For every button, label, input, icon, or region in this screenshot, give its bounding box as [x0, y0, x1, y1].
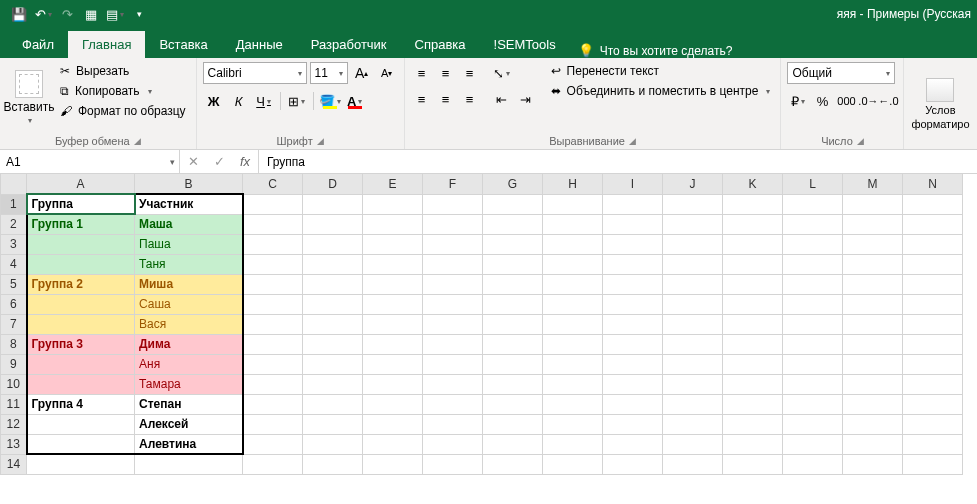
cell[interactable] [663, 214, 723, 234]
cell[interactable] [363, 394, 423, 414]
cell[interactable] [303, 314, 363, 334]
column-header[interactable]: L [783, 174, 843, 194]
tab-developer[interactable]: Разработчик [297, 31, 401, 58]
format-painter-button[interactable]: 🖌 Формат по образцу [56, 102, 190, 120]
bold-button[interactable]: Ж [203, 90, 225, 112]
cell[interactable] [543, 294, 603, 314]
cell[interactable]: Вася [135, 314, 243, 334]
italic-button[interactable]: К [228, 90, 250, 112]
row-header[interactable]: 10 [1, 374, 27, 394]
row-header[interactable]: 6 [1, 294, 27, 314]
cell[interactable] [603, 294, 663, 314]
cell[interactable] [723, 354, 783, 374]
cell[interactable] [303, 394, 363, 414]
increase-indent-button[interactable]: ⇥ [515, 88, 537, 110]
cell[interactable] [723, 334, 783, 354]
cell[interactable] [783, 454, 843, 474]
save-icon[interactable]: 💾 [8, 3, 30, 25]
cell[interactable] [723, 374, 783, 394]
tab-semtools[interactable]: !SEMTools [480, 31, 570, 58]
cell[interactable] [783, 234, 843, 254]
cell[interactable] [483, 234, 543, 254]
cell[interactable] [843, 354, 903, 374]
cell[interactable]: Группа [27, 194, 135, 214]
cell[interactable] [603, 194, 663, 214]
cell[interactable] [783, 214, 843, 234]
cell[interactable] [363, 354, 423, 374]
cell[interactable] [27, 234, 135, 254]
cell[interactable] [363, 194, 423, 214]
fx-icon[interactable]: fx [232, 154, 258, 169]
cell[interactable] [663, 334, 723, 354]
fill-color-button[interactable]: 🪣▾ [319, 90, 341, 112]
cell[interactable] [723, 194, 783, 214]
cell[interactable] [423, 334, 483, 354]
cell[interactable] [423, 294, 483, 314]
cell[interactable] [603, 354, 663, 374]
cell[interactable] [27, 414, 135, 434]
cell[interactable] [543, 334, 603, 354]
cell[interactable] [423, 434, 483, 454]
cell[interactable]: Миша [135, 274, 243, 294]
align-center-button[interactable]: ≡ [435, 88, 457, 110]
cell[interactable] [243, 414, 303, 434]
column-header[interactable]: C [243, 174, 303, 194]
cell[interactable] [603, 394, 663, 414]
cell[interactable] [543, 254, 603, 274]
cell[interactable] [243, 234, 303, 254]
cell[interactable]: Аня [135, 354, 243, 374]
cell[interactable] [543, 274, 603, 294]
row-header[interactable]: 13 [1, 434, 27, 454]
row-header[interactable]: 12 [1, 414, 27, 434]
row-header[interactable]: 3 [1, 234, 27, 254]
cell[interactable] [483, 454, 543, 474]
conditional-formatting-button[interactable]: Услов форматиро [910, 62, 970, 145]
row-header[interactable]: 2 [1, 214, 27, 234]
cell[interactable] [543, 394, 603, 414]
cell[interactable] [843, 194, 903, 214]
cell[interactable] [663, 394, 723, 414]
row-header[interactable]: 8 [1, 334, 27, 354]
cell[interactable] [243, 254, 303, 274]
cell[interactable] [363, 334, 423, 354]
number-format-combo[interactable]: Общий▾ [787, 62, 895, 84]
tab-insert[interactable]: Вставка [145, 31, 221, 58]
cell[interactable]: Паша [135, 234, 243, 254]
cell[interactable] [27, 354, 135, 374]
cell[interactable] [843, 454, 903, 474]
cell[interactable] [663, 414, 723, 434]
dialog-launcher-icon[interactable]: ◢ [629, 136, 636, 146]
cell[interactable] [783, 414, 843, 434]
row-header[interactable]: 7 [1, 314, 27, 334]
font-name-combo[interactable]: Calibri▾ [203, 62, 307, 84]
underline-button[interactable]: Ч▾ [253, 90, 275, 112]
row-header[interactable]: 4 [1, 254, 27, 274]
cell[interactable]: Степан [135, 394, 243, 414]
decrease-font-button[interactable]: A▾ [376, 62, 398, 84]
copy-button[interactable]: ⧉ Копировать ▾ [56, 82, 190, 100]
cell[interactable] [303, 194, 363, 214]
name-box[interactable]: A1 ▾ [0, 150, 180, 173]
align-top-button[interactable]: ≡ [411, 62, 433, 84]
cell[interactable] [363, 434, 423, 454]
chevron-down-icon[interactable]: ▾ [170, 157, 175, 167]
cell[interactable] [783, 294, 843, 314]
cell[interactable] [483, 394, 543, 414]
align-left-button[interactable]: ≡ [411, 88, 433, 110]
cell[interactable] [363, 214, 423, 234]
cell[interactable] [243, 194, 303, 214]
cell[interactable]: Группа 3 [27, 334, 135, 354]
cell[interactable] [27, 454, 135, 474]
cell[interactable] [843, 234, 903, 254]
font-color-button[interactable]: A▾ [344, 90, 366, 112]
cell[interactable] [27, 434, 135, 454]
cell[interactable] [543, 214, 603, 234]
cell[interactable] [423, 374, 483, 394]
cell[interactable] [603, 214, 663, 234]
cell[interactable] [423, 314, 483, 334]
cell[interactable] [663, 294, 723, 314]
cell[interactable] [483, 214, 543, 234]
cancel-icon[interactable]: ✕ [180, 154, 206, 169]
cell[interactable] [423, 454, 483, 474]
cell[interactable]: Маша [135, 214, 243, 234]
